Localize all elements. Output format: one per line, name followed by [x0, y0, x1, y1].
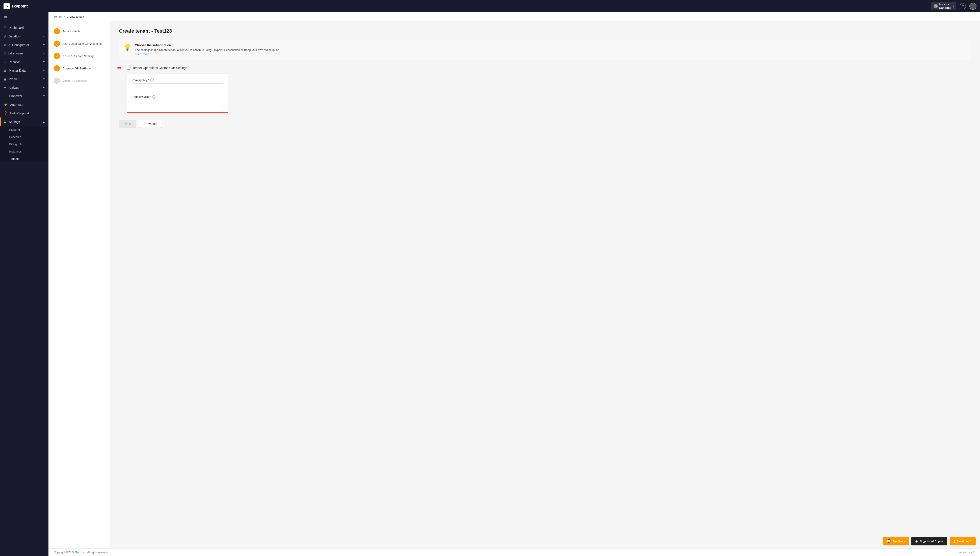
need-help-label: Need help? — [957, 540, 972, 543]
chevron-icon-lakehouse: ∨ — [43, 52, 45, 55]
sidebar-sub-item-platform[interactable]: Platform — [0, 126, 48, 133]
chevron-icon-ai: ∨ — [43, 44, 45, 47]
info-box: 💡 Choose the subscription. The settings … — [119, 39, 971, 60]
copilot-button[interactable]: ◈ Skypoint AI Copilot — [911, 537, 948, 545]
main-content: Tenant > Create tenant ✓ Tenant details … — [48, 12, 980, 556]
resolve-icon: ⊙ — [3, 60, 6, 64]
sidebar-item-predict[interactable]: ◉ Predict ∨ — [0, 75, 48, 83]
sidebar-item-dashboard[interactable]: ⊞ Dashboard — [0, 23, 48, 32]
sidebar-item-lakehouse[interactable]: ⌂ Lakehouse ∨ — [0, 49, 48, 58]
step-azure-ai-search: ✓ Azure AI Search Settings — [54, 53, 105, 59]
sidebar-label-master-data: Master Data — [9, 69, 26, 72]
step-label-3: Azure AI Search Settings — [63, 55, 95, 58]
step-tenant-details: ✓ Tenant details — [54, 28, 105, 34]
sidebar-label-help-support: Help+Support — [10, 112, 29, 115]
sidebar-item-resolve[interactable]: ⊙ Resolve ∨ — [0, 58, 48, 66]
chevron-icon-master-data: ∨ — [43, 69, 45, 72]
empower-icon: ⛨ — [3, 94, 7, 98]
info-box-text: Choose the subscription. The settings in… — [135, 44, 279, 56]
cosmos-db-fields-box: Primary Key * ℹ Endpoint URL * ℹ — [127, 74, 228, 113]
chevron-icon-predict: ∨ — [43, 78, 45, 81]
sidebar-sub-item-schedule[interactable]: Schedule — [0, 133, 48, 141]
info-title: Choose the subscription. — [135, 44, 279, 47]
sidebar: ☰ ⊞ Dashboard ⇄ Dataflow ∨ ◈ AI Configur… — [0, 12, 48, 556]
chevron-icon-activate: ∨ — [43, 86, 45, 89]
wizard-steps: ✓ Tenant details ✓ Azure Data Lake Gen2 … — [48, 21, 110, 548]
logo[interactable]: S skypoint — [3, 3, 28, 9]
step-label-5: Vector DB Settings — [63, 79, 87, 82]
help-button[interactable]: ? — [960, 3, 966, 9]
instance-name: Sandbox — [939, 6, 951, 10]
sidebar-label-predict: Predict — [9, 78, 18, 81]
instance-label: Instance — [939, 3, 951, 6]
activate-icon: ✦ — [3, 86, 6, 90]
cosmos-db-checkbox[interactable] — [127, 66, 131, 70]
step-label-4: Cosmos DB Settings — [63, 67, 91, 70]
need-help-icon: ? — [954, 540, 955, 543]
breadcrumb-parent[interactable]: Tenant — [54, 15, 62, 18]
sidebar-item-empower[interactable]: ⛨ Empower ∨ — [0, 92, 48, 100]
dropdown-icon: ▾ — [953, 5, 954, 8]
footer: Copyright © 2024 Skypoint . All rights r… — [48, 548, 980, 556]
need-help-button[interactable]: ? Need help? — [949, 537, 975, 545]
chevron-icon-settings: ∧ — [43, 120, 45, 123]
chevron-icon-resolve: ∨ — [43, 60, 45, 63]
instance-icon: ⊞ — [933, 4, 938, 8]
sidebar-hamburger[interactable]: ☰ — [0, 12, 48, 23]
active-indicator — [0, 118, 1, 126]
sidebar-item-dataflow[interactable]: ⇄ Dataflow ∨ — [0, 32, 48, 40]
sidebar-item-activate[interactable]: ✦ Activate ∨ — [0, 83, 48, 92]
primary-key-label: Primary Key * ℹ — [132, 78, 223, 82]
instance-selector[interactable]: ⊞ Instance Sandbox ▾ — [931, 2, 956, 10]
ai-configurator-icon: ◈ — [3, 43, 6, 47]
next-button[interactable]: Next — [119, 120, 136, 128]
cosmos-db-checkbox-label[interactable]: Tenant Operations Cosmos DB Settings — [132, 66, 187, 70]
checkbox-row: ➡ Tenant Operations Cosmos DB Settings — [127, 66, 971, 70]
feedback-button[interactable]: 💬 Feedback — [883, 537, 909, 545]
predict-icon: ◉ — [3, 77, 6, 81]
step-circle-3: ✓ — [54, 53, 60, 59]
footer-brand-link[interactable]: Skypoint — [75, 551, 85, 554]
primary-key-input[interactable] — [132, 83, 223, 91]
sidebar-item-automate[interactable]: ⚡ Automate — [0, 100, 48, 109]
sidebar-sub-item-instances[interactable]: Instances — [0, 148, 48, 155]
sidebar-label-settings: Settings — [9, 120, 20, 124]
step-vector-db: Vector DB Settings — [54, 78, 105, 84]
help-support-icon: ❓ — [3, 111, 8, 115]
avatar[interactable] — [969, 3, 977, 10]
form-area: Create tenant - Test123 💡 Choose the sub… — [110, 21, 980, 548]
floating-actions: 💬 Feedback ◈ Skypoint AI Copilot ? Need … — [883, 537, 975, 545]
top-navigation: S skypoint ⊞ Instance Sandbox ▾ ? — [0, 0, 980, 12]
sidebar-sub-item-billing-info[interactable]: Billing Info — [0, 141, 48, 148]
sidebar-item-settings[interactable]: ⚙ Settings ∧ — [0, 118, 48, 126]
primary-key-info-icon[interactable]: ℹ — [150, 78, 154, 82]
previous-button[interactable]: Previous — [139, 120, 162, 128]
sidebar-item-help-support[interactable]: ❓ Help+Support — [0, 109, 48, 118]
logo-icon: S — [3, 3, 10, 9]
sidebar-sub-item-tenants[interactable]: Tenants — [0, 155, 48, 162]
feedback-label: Feedback — [893, 540, 905, 543]
step-circle-4 — [54, 65, 60, 71]
lakehouse-icon: ⌂ — [3, 51, 6, 55]
step-label-1: Tenant details — [63, 30, 80, 33]
step-cosmos-db: Cosmos DB Settings — [54, 65, 105, 71]
sidebar-item-ai-configurator[interactable]: ◈ AI Configurator ∨ — [0, 40, 48, 49]
primary-key-group: Primary Key * ℹ — [132, 78, 223, 91]
instance-info: Instance Sandbox — [939, 3, 951, 9]
logo-text: skypoint — [11, 4, 28, 9]
sidebar-label-dataflow: Dataflow — [9, 35, 21, 38]
sidebar-label-lakehouse: Lakehouse — [8, 52, 23, 55]
breadcrumb: Tenant > Create tenant — [48, 12, 980, 21]
dashboard-icon: ⊞ — [3, 26, 6, 30]
endpoint-url-input[interactable] — [132, 100, 223, 108]
endpoint-url-info-icon[interactable]: ℹ — [152, 95, 156, 99]
sidebar-item-master-data[interactable]: ☰ Master Data ∨ — [0, 66, 48, 75]
endpoint-url-label: Endpoint URL * ℹ — [132, 95, 223, 99]
dataflow-icon: ⇄ — [3, 34, 6, 38]
learn-more-link[interactable]: Learn more — [135, 52, 149, 56]
sidebar-label-dashboard: Dashboard — [9, 26, 24, 29]
nav-buttons: Next Previous — [119, 113, 971, 128]
master-data-icon: ☰ — [3, 68, 6, 73]
step-label-2: Azure Data Lake Gen2 settings — [63, 42, 102, 45]
sidebar-label-resolve: Resolve — [9, 60, 20, 64]
